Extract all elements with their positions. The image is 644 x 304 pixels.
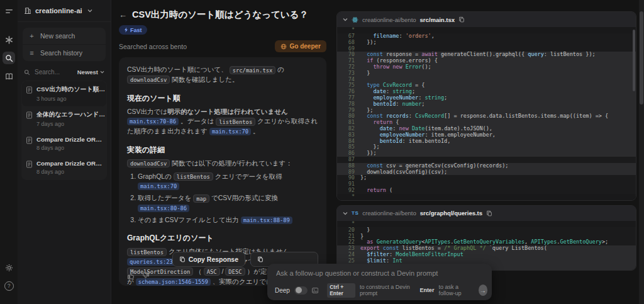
construct-hint: to construct a Devin prompt xyxy=(360,284,415,296)
history-item-title: 全体的なエラーハンドリングの方針 xyxy=(36,111,107,119)
history-item-time: 8 days ago xyxy=(36,145,107,151)
code-line: 90}; xyxy=(337,175,636,181)
answer-list-item: 取得したデータを map でCSV用の形式に変換 main.tsx:80-86 xyxy=(138,193,318,213)
code-line: 77 employeeNumber: string; xyxy=(337,95,636,101)
answer-paragraph: CSV出力では明示的なソート処理は行われていません main.tsx:70-86… xyxy=(127,107,318,137)
code-line: 70 const response = await generateClient… xyxy=(337,52,636,58)
code-line: 20 } xyxy=(337,227,636,234)
globe-icon xyxy=(280,43,287,50)
help-icon[interactable]: ? xyxy=(3,279,15,292)
sort-label: Newest xyxy=(77,69,98,76)
settings-gear-icon[interactable] xyxy=(3,261,15,274)
org-building-icon xyxy=(24,7,31,14)
inline-code-chip: downloadCsv xyxy=(127,159,170,167)
back-button[interactable]: ← xyxy=(119,10,127,20)
new-search-button[interactable]: + New search xyxy=(23,28,106,44)
code-citation-chip[interactable]: main.tsx:70 xyxy=(209,128,251,135)
code-citation-chip[interactable]: main.tsx:70-86 xyxy=(127,118,179,125)
code-line: 80 const records: CsvRecord[] = response… xyxy=(337,113,636,120)
kbd-ctrl-enter: Ctrl + Enter xyxy=(327,283,355,298)
code-line: 78 bentoId: number; xyxy=(337,101,636,108)
chevron-down-icon xyxy=(100,70,104,74)
icon-rail: ? xyxy=(0,0,18,304)
plus-icon: + xyxy=(28,32,35,40)
inline-code-chip: listBentos xyxy=(174,172,213,181)
deep-toggle[interactable] xyxy=(294,286,308,295)
history-item[interactable]: CSV出力時のソート順はどうなっ…3 hours ago xyxy=(22,81,106,106)
code-panel-header[interactable]: creationline-ai/bento src/main.tsx xyxy=(337,12,636,27)
code-line: 71 if (response.errors) { xyxy=(337,58,636,64)
code-line: 76 date: string; xyxy=(337,89,636,95)
thumbs-down-icon[interactable] xyxy=(142,272,150,279)
copy-icon[interactable] xyxy=(458,16,465,23)
chevron-down-icon xyxy=(87,9,92,13)
code-line: 74 xyxy=(337,77,636,83)
document-icon xyxy=(26,160,33,168)
code-line: 24 $filter: ModelBentoFilterInput xyxy=(337,252,636,258)
history-item[interactable]: Compare Drizzle ORM to Prisma.8 days ago xyxy=(22,155,106,179)
followup-hint: to ask a follow-up xyxy=(438,284,474,296)
code-scrollbar-thumb[interactable] xyxy=(633,30,635,91)
searched-note: Searched across bento xyxy=(119,43,187,50)
search-history-list: CSV出力時のソート順はどうなっ…3 hours ago全体的なエラーハンドリン… xyxy=(21,81,107,180)
file-name: src/graphql/queries.ts xyxy=(420,210,482,217)
answer-list-item: GraphQLの listBentos クエリでデータを取得 main.tsx:… xyxy=(138,172,318,192)
window-scrollbar[interactable] xyxy=(639,0,644,304)
code-line: 88 const csv = generateCsv(csvConfig)(re… xyxy=(337,163,636,169)
code-expander[interactable]: * xyxy=(337,194,636,200)
go-deeper-button[interactable]: Go deeper xyxy=(275,40,326,52)
image-attach-icon[interactable] xyxy=(312,287,318,294)
copy-icon[interactable] xyxy=(486,210,492,217)
history-search-row: Newest xyxy=(18,62,111,79)
code-panel-queries-ts: TS creationline-ai/bento src/graphql/que… xyxy=(336,205,636,271)
history-item[interactable]: 全体的なエラーハンドリングの方針7 days ago xyxy=(22,106,106,132)
react-icon xyxy=(352,16,358,23)
answer-card: CSV出力時のソート順について、 src/main.tsx の download… xyxy=(119,57,326,286)
org-name: creationline-ai xyxy=(35,7,82,14)
search-nav-icon[interactable] xyxy=(3,52,15,64)
lightning-icon xyxy=(124,27,128,33)
sidebar: creationline-ai + New search ≡ Search hi… xyxy=(18,0,111,304)
history-item[interactable]: Compare Drizzle ORM to Prisma.8 days ago xyxy=(22,132,106,155)
history-item-title: CSV出力時のソート順はどうなっ… xyxy=(36,86,107,94)
history-item-time: 3 hours ago xyxy=(36,96,107,102)
followup-composer: Deep Ctrl + Enter to construct a Devin p… xyxy=(267,264,492,300)
library-icon[interactable] xyxy=(3,70,15,82)
search-icon xyxy=(24,69,30,76)
code-line: 23export const listBentos = /* GraphQL *… xyxy=(337,245,636,252)
search-history-button[interactable]: ≡ Search history xyxy=(23,44,106,61)
chevron-down-icon[interactable] xyxy=(343,211,348,215)
send-button[interactable]: → xyxy=(479,284,487,296)
section-heading: 現在のソート順 xyxy=(127,93,318,104)
list-icon: ≡ xyxy=(28,49,35,57)
code-line: 87 xyxy=(337,157,636,163)
code-expander[interactable]: * xyxy=(337,221,636,227)
deep-label: Deep xyxy=(275,287,290,294)
copy-response-label: Copy Response xyxy=(189,256,238,263)
file-name: src/main.tsx xyxy=(420,16,455,23)
followup-input[interactable] xyxy=(275,269,484,278)
org-selector[interactable]: creationline-ai xyxy=(18,0,111,22)
sparkle-icon[interactable] xyxy=(3,33,15,46)
window-scrollbar-thumb[interactable] xyxy=(640,11,643,104)
sidebar-menu: + New search ≡ Search history xyxy=(23,28,106,61)
code-line: 82 date: new Date(item.date).toJSON(), xyxy=(337,126,636,132)
code-citation-chip[interactable]: main.tsx:70 xyxy=(138,183,179,190)
code-citation-chip[interactable]: main.tsx:80-86 xyxy=(138,205,189,212)
repo-name: creationline-ai/bento xyxy=(362,16,416,23)
code-panel-header[interactable]: TS creationline-ai/bento src/graphql/que… xyxy=(337,206,636,221)
history-item-title: Compare Drizzle ORM to Prisma. xyxy=(36,160,107,167)
code-citation-chip[interactable]: main.tsx:88-89 xyxy=(241,217,292,224)
code-line: 22` as GeneratedQuery<APITypes.GetBentoQ… xyxy=(337,239,636,245)
sort-dropdown[interactable]: Newest xyxy=(77,69,104,76)
page-title: CSV出力時のソート順はどうなっている？ xyxy=(132,9,308,21)
code-expander[interactable]: * xyxy=(337,27,636,33)
copy-response-button[interactable]: Copy Response xyxy=(172,252,245,267)
thumbs-up-icon[interactable] xyxy=(127,272,135,279)
chevron-down-icon[interactable] xyxy=(343,18,348,21)
code-line: 68 }); xyxy=(337,40,636,46)
sidebar-toggle-icon[interactable] xyxy=(3,5,15,18)
history-search-input[interactable] xyxy=(33,68,74,76)
history-item-title: Compare Drizzle ORM to Prisma. xyxy=(36,136,107,143)
code-line: 21} xyxy=(337,234,636,240)
